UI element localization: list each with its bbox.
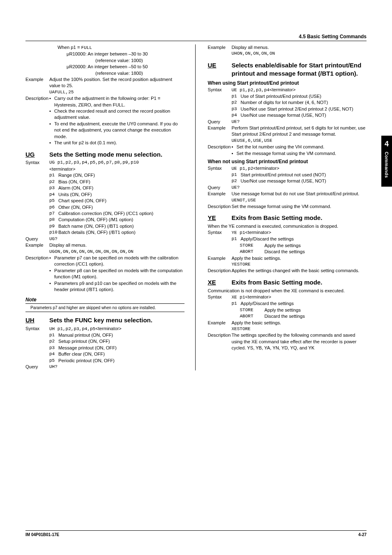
query-label: Query [25, 236, 49, 242]
ug-p4: Units (ON, OFF) [58, 192, 184, 198]
example-label: Example [208, 255, 232, 261]
right-col: ExampleDisplay all menus. UHON,ON,ON,ON,… [208, 44, 367, 370]
ue2-p2: Use/Not use message format (USE, NOT) [241, 178, 367, 184]
ue-term: <terminator> [270, 87, 295, 92]
xe-heading: XE Exits from Basic Setting mode. [208, 278, 367, 287]
r1ref: (reference value: 1000) [95, 58, 184, 64]
ye-ex-code: YESTORE [232, 261, 367, 268]
column-separator [195, 44, 196, 370]
ug-p5: Chart speed (ON, OFF) [58, 198, 184, 204]
ug-term: <terminator> [49, 166, 184, 172]
r2: μR20000: An integer between –50 to 50 [67, 64, 184, 70]
query-label: Query [208, 119, 232, 125]
xe-syntax: XE p1 [232, 295, 245, 300]
ue-p2: Number of digits for lot number (4, 6, N… [241, 99, 367, 106]
ug-p10: Batch details (ON, OFF) (/BT1 option) [58, 229, 184, 236]
ue-p1: Use of Start printout/End printout (USE) [241, 93, 367, 99]
ug-query: UG? [49, 236, 58, 242]
uh-term: <terminator> [95, 326, 121, 331]
ue-p4: Use/Not use message format (USE, NOT) [241, 112, 367, 118]
ug-p7: Calibration correction (ON, OFF) (/CC1 o… [58, 210, 184, 217]
ue-ex-code: UEUSE,6,USE,USE [232, 138, 367, 144]
ye-store-txt: Apply the settings [265, 243, 301, 249]
ue2-p1: Start printout/End printout not used (NO… [241, 172, 367, 178]
left-col: When p1 = FULL μR10000: An integer betwe… [25, 44, 184, 370]
xe-p1: Apply/Discard the settings [241, 301, 367, 307]
ue-query: UE? [232, 119, 240, 125]
uh-syntax: UH p1,p2,p3,p4,p5 [49, 326, 95, 331]
query-label: Query [208, 185, 232, 191]
ue-p3: Use/Not use Start printout 2/End printou… [241, 106, 367, 112]
ue-ex-txt: Perform Start printout/End printout, set… [232, 125, 367, 138]
ye-p1: Apply/Discard the settings [241, 236, 367, 242]
desc-label: Description [25, 255, 49, 268]
uh-p1: Manual printout (ON, OFF) [58, 332, 184, 338]
footer: IM 04P01B01-17E 4-27 [25, 530, 367, 537]
xe-term: <terminator> [245, 294, 271, 299]
ye-d: Applies the settings changed with the ba… [232, 268, 367, 274]
example-label: Example [208, 320, 232, 326]
uh-title: Sets the FUNC key menu selection. [49, 316, 184, 325]
ug-ex-code: UGON,ON,ON,ON,ON,ON,ON,ON,ON,ON [49, 249, 184, 255]
side-tab: 4 Commands [381, 136, 392, 187]
ye-heading: YE Exits from Basic Setting mode. [208, 214, 367, 222]
ug-p8: Computation (ON, OFF) (/M1 option) [58, 217, 184, 223]
ug-p1: Range (ON, OFF) [58, 172, 184, 178]
ue2-d: Set the message format using the VM comm… [232, 204, 367, 210]
ue-code: UE [208, 61, 232, 70]
uh-ex-txt: Display all menus. [232, 44, 269, 51]
ye-intro: When the YE command is executed, communi… [208, 223, 367, 229]
page: 4.5 Basic Setting Commands When p1 = FUL… [0, 0, 392, 555]
ue-d2: Set the message format using the VM comm… [237, 150, 367, 157]
section-header: 4.5 Basic Setting Commands [25, 34, 367, 41]
uh-ex-code: UHON,ON,ON,ON,ON [232, 51, 367, 57]
xe-ex-txt: Apply the basic settings. [232, 320, 281, 326]
ex-code: UAFULL,25 [49, 89, 184, 95]
syntax-label: Syntax [208, 294, 232, 301]
ug-p6: Other (ON, OFF) [58, 204, 184, 210]
ug-d1: Parameter p7 can be specified on models … [54, 255, 184, 268]
ue-sub2: When not using Start printout/End printo… [208, 158, 367, 165]
ue2-query: UE? [232, 185, 240, 191]
example-label: Example [208, 125, 232, 138]
example-label: Example [208, 44, 232, 51]
ug-syntax: UG p1,p2,p3,p4,p5,p6,p7,p8,p9,p10 [49, 160, 184, 166]
syntax-label: Syntax [25, 326, 49, 332]
ye-abort: ABORT [240, 249, 265, 255]
xe-store-txt: Apply the settings [265, 307, 301, 313]
example-text: Adjust the 100% position. Set the record… [49, 76, 184, 89]
ue2-term: <terminator> [253, 166, 279, 171]
ug-ex-txt: Display all menus. [49, 242, 87, 248]
footer-left: IM 04P01B01-17E [25, 532, 59, 537]
desc-label: Description [208, 144, 232, 150]
ug-p9: Batch name (ON, OFF) (/BT1 option) [58, 223, 184, 229]
syntax-label: Syntax [25, 160, 49, 166]
when-full: When p1 = FULL [58, 44, 184, 51]
xe-store: STORE [240, 307, 265, 313]
syntax-label: Syntax [208, 165, 232, 172]
uh-p5: Periodic printout (ON, OFF) [58, 358, 184, 364]
d3: To end the adjustment, execute the UY0 c… [54, 121, 184, 140]
ye-title: Exits from Basic Setting mode. [232, 214, 367, 222]
ye-term: <terminator> [245, 230, 271, 235]
query-label: Query [25, 364, 49, 370]
desc-label: Description [208, 268, 232, 274]
d2: Check the recorded result and correct th… [54, 108, 184, 121]
ue2-ex-code: UENOT,USE [232, 197, 367, 204]
ye-store: STORE [240, 243, 265, 249]
desc-label: Description [208, 332, 232, 351]
ue-heading: UE Selects enable/disable for Start prin… [208, 61, 367, 78]
r2ref: (reference value: 1800) [95, 70, 184, 76]
note-line-top [25, 303, 184, 304]
xe-abort: ABORT [240, 313, 265, 319]
ue2-syntax: UE p1,p2 [232, 166, 254, 171]
ex-row: Example Adjust the 100% position. Set th… [25, 76, 184, 89]
ue-syntax: UE p1,p2,p3,p4 [232, 88, 270, 92]
ug-p3: Alarm (ON, OFF) [58, 185, 184, 191]
ue-d1: Set the lot number using the VH command. [237, 144, 367, 150]
ue2-ex-txt: Use message format but do not use Start … [232, 191, 367, 197]
xe-intro: Communication is not dropped when the XE… [208, 288, 367, 294]
ue-title: Selects enable/disable for Start printou… [232, 61, 367, 78]
ug-code: UG [25, 150, 49, 159]
note-line-bottom [25, 312, 184, 312]
